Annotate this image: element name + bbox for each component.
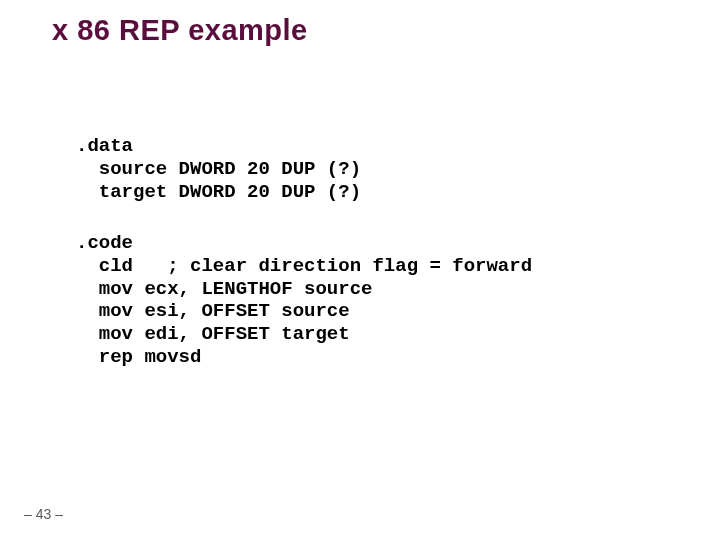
data-section-code: .data source DWORD 20 DUP (?) target DWO… — [76, 135, 361, 203]
page-number: – 43 – — [24, 506, 63, 522]
code-section-code: .code cld ; clear direction flag = forwa… — [76, 232, 532, 369]
slide-title: x 86 REP example — [52, 14, 308, 47]
